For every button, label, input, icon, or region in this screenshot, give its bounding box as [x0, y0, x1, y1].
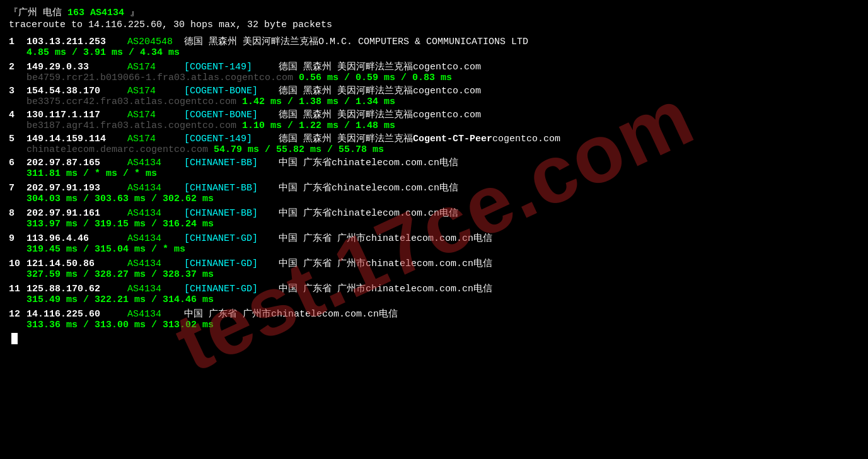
hop-timing: 4.85 ms / 3.91 ms / 4.34 ms [26, 47, 180, 58]
hop-timing-row: 315.49 ms / 322.21 ms / 314.46 ms [9, 294, 859, 305]
hop-ip: 125.88.170.62 [26, 284, 127, 294]
hop-timing-row: 311.81 ms / * ms / * ms [9, 168, 859, 179]
hops-container: 1103.13.211.253 AS204548 德国 黑森州 美因河畔法兰克福… [9, 35, 859, 344]
terminal-output: 『广州 电信 163 AS4134 』 traceroute to 14.116… [9, 6, 859, 344]
hop-timing: 1.42 ms / 1.38 ms / 1.34 ms [242, 96, 395, 107]
terminal-cursor [11, 333, 18, 344]
hop-geo: 德国 黑森州 美因河畔法兰克福 [279, 61, 413, 73]
hop-number: 5 [9, 134, 26, 144]
hop-subdomain-row: chinatelecom.demarc.cogentco.com 54.79 m… [9, 144, 859, 155]
hop-block: 9113.96.4.46 AS4134 [CHINANET-GD] 中国 广东省… [9, 232, 859, 255]
hop-ip: 149.14.159.114 [26, 134, 127, 144]
hop-geo: 德国 黑森州 美因河畔法兰克福 [279, 84, 413, 96]
hop-org: chinatelecom.com.cn [366, 259, 473, 269]
hop-subdomain: be3375.ccr42.fra03.atlas.cogentco.com [26, 96, 242, 107]
hop-ip: 202.97.87.165 [26, 158, 127, 168]
hop-tag: [CHINANET-GD] [184, 284, 279, 294]
hop-block: 10121.14.50.86 AS4134 [CHINANET-GD] 中国 广… [9, 257, 859, 280]
hop-org: chinatelecom.com.cn [332, 158, 439, 168]
hop-row: 11125.88.170.62 AS4134 [CHINANET-GD] 中国 … [9, 282, 859, 294]
hop-timing: 313.36 ms / 313.00 ms / 313.02 ms [26, 320, 214, 330]
hop-row: 7202.97.91.193 AS4134 [CHINANET-BB] 中国 广… [9, 182, 859, 194]
hop-block: 5149.14.159.114 AS174 [COGENT-149] 德国 黑森… [9, 132, 859, 155]
hop-timing: 1.10 ms / 1.22 ms / 1.48 ms [242, 120, 395, 131]
hop-timing-row: 327.59 ms / 328.27 ms / 328.37 ms [9, 269, 859, 280]
hop-as: AS174 [127, 110, 184, 120]
hop-block: 11125.88.170.62 AS4134 [CHINANET-GD] 中国 … [9, 282, 859, 305]
hop-tag: [CHINANET-BB] [184, 208, 279, 219]
hop-ip: 202.97.91.193 [26, 183, 127, 194]
hop-as: AS4134 [127, 233, 184, 244]
hop-timing-row: 313.36 ms / 313.00 ms / 313.02 ms [9, 320, 859, 330]
hop-block: 1214.116.225.60 AS4134 中国 广东省 广州市 chinat… [9, 308, 859, 330]
hop-block: 8202.97.91.161 AS4134 [CHINANET-BB] 中国 广… [9, 207, 859, 230]
hop-isp: 电信 [473, 257, 492, 269]
hop-timing: 0.56 ms / 0.59 ms / 0.83 ms [299, 73, 452, 83]
hop-org: O.M.C. COMPUTERS & COMMUNICATIONS LTD [318, 37, 528, 47]
hop-row: 1103.13.211.253 AS204548 德国 黑森州 美因河畔法兰克福… [9, 35, 859, 47]
hop-geo: 中国 广东省 [279, 207, 332, 219]
hop-org: chinatelecom.com.cn [271, 309, 379, 320]
hop-block: 4130.117.1.117 AS174 [COGENT-BONE] 德国 黑森… [9, 108, 859, 131]
header-bracket-open: 『广州 电信 [9, 8, 67, 18]
traceroute-info: traceroute to 14.116.225.60, 30 hops max… [9, 20, 859, 30]
hop-tag: [CHINANET-BB] [184, 158, 279, 168]
hop-subdomain: be4759.rcr21.b019066-1.fra03.atlas.cogen… [26, 73, 299, 83]
hop-tag: [COGENT-BONE] [184, 86, 279, 96]
hop-geo: 中国 广东省 [279, 156, 332, 168]
hop-block: 7202.97.91.193 AS4134 [CHINANET-BB] 中国 广… [9, 182, 859, 204]
hop-subdomain-row: be3187.agr41.fra03.atlas.cogentco.com 1.… [9, 120, 859, 131]
hop-row: 1214.116.225.60 AS4134 中国 广东省 广州市 chinat… [9, 308, 859, 320]
hop-org: cogentco.com [413, 110, 481, 120]
hop-number: 2 [9, 62, 26, 73]
hop-number: 7 [9, 183, 26, 194]
hop-block: 1103.13.211.253 AS204548 德国 黑森州 美因河畔法兰克福… [9, 35, 859, 58]
hop-row: 5149.14.159.114 AS174 [COGENT-149] 德国 黑森… [9, 132, 859, 144]
hop-number: 6 [9, 158, 26, 168]
hop-org: cogentco.com [413, 86, 481, 96]
hop-as: AS174 [127, 134, 184, 144]
hop-tag: [COGENT-BONE] [184, 110, 279, 120]
hop-number: 12 [9, 309, 26, 320]
header-as: 163 AS4134 [67, 8, 124, 18]
hop-timing: 311.81 ms / * ms / * ms [26, 168, 157, 179]
hop-as: AS204548 [127, 37, 184, 47]
hop-block: 2149.29.0.33 AS174 [COGENT-149] 德国 黑森州 美… [9, 61, 859, 83]
hop-isp: 电信 [439, 156, 458, 168]
hop-ip: 154.54.38.170 [26, 86, 127, 96]
header-bracket-close: 』 [124, 8, 139, 18]
hop-ip: 113.96.4.46 [26, 233, 127, 244]
hop-tag: [CHINANET-GD] [184, 233, 279, 244]
header-title: 『广州 电信 163 AS4134 』 [9, 6, 859, 18]
hop-block: 3154.54.38.170 AS174 [COGENT-BONE] 德国 黑森… [9, 84, 859, 107]
hop-geo: 德国 黑森州 美因河畔法兰克福 [279, 108, 413, 120]
hop-geo: 中国 广东省 广州市 [184, 308, 271, 320]
hop-as: AS4134 [127, 208, 184, 219]
hop-isp: 电信 [439, 207, 458, 219]
hop-subdomain-row: be3375.ccr42.fra03.atlas.cogentco.com 1.… [9, 96, 859, 107]
hop-timing-row: 319.45 ms / 315.04 ms / * ms [9, 244, 859, 255]
hop-tag: [CHINANET-GD] [184, 259, 279, 269]
hop-isp: 电信 [439, 182, 458, 194]
hop-geo: 德国 黑森州 美因河畔法兰克福 [279, 132, 413, 144]
hop-isp: 电信 [379, 308, 398, 320]
hop-ip: 202.97.91.161 [26, 208, 127, 219]
hop-org: cogentco.com [492, 134, 560, 144]
hop-row: 9113.96.4.46 AS4134 [CHINANET-GD] 中国 广东省… [9, 232, 859, 244]
hop-row: 3154.54.38.170 AS174 [COGENT-BONE] 德国 黑森… [9, 84, 859, 96]
hop-isp: 电信 [473, 232, 492, 244]
hop-timing-row: 4.85 ms / 3.91 ms / 4.34 ms [9, 47, 859, 58]
hop-org: chinatelecom.com.cn [332, 183, 439, 194]
hop-org-bold: Cogent-CT-Peer [413, 134, 492, 144]
hop-ip: 130.117.1.117 [26, 110, 127, 120]
hop-subdomain: be3187.agr41.fra03.atlas.cogentco.com [26, 120, 242, 131]
hop-as: AS4134 [127, 158, 184, 168]
hop-timing: 304.03 ms / 303.63 ms / 302.62 ms [26, 194, 214, 204]
hop-row: 8202.97.91.161 AS4134 [CHINANET-BB] 中国 广… [9, 207, 859, 219]
hop-timing: 313.97 ms / 319.15 ms / 316.24 ms [26, 219, 214, 230]
hop-row: 4130.117.1.117 AS174 [COGENT-BONE] 德国 黑森… [9, 108, 859, 120]
hop-timing: 54.79 ms / 55.82 ms / 55.78 ms [214, 144, 384, 155]
hop-geo: 中国 广东省 广州市 [279, 232, 366, 244]
hop-ip: 121.14.50.86 [26, 259, 127, 269]
hop-geo: 德国 黑森州 美因河畔法兰克福 [184, 35, 318, 47]
